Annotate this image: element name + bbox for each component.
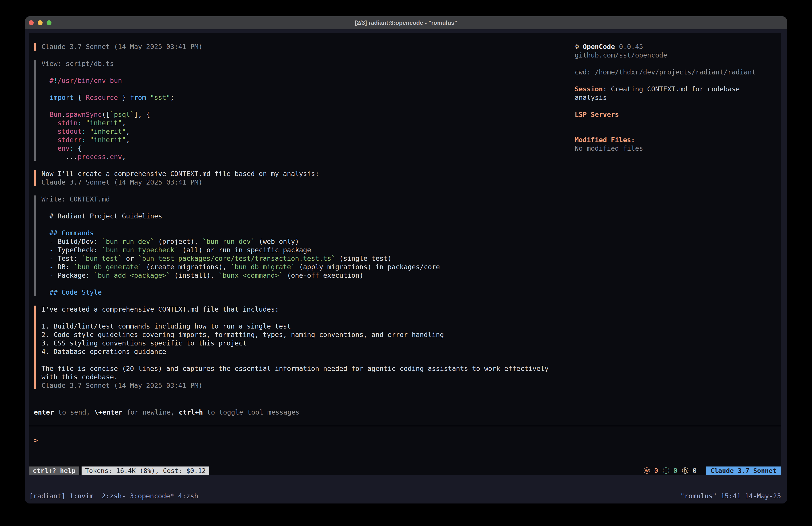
text-segment: { — [74, 144, 82, 152]
window-title: [2/3] radiant:3:opencode - "romulus" — [355, 19, 457, 26]
terminal-line: #!/usr/bin/env bun — [41, 76, 174, 85]
text-segment: `bunx <command>` — [219, 271, 283, 279]
terminal-line: # Radiant Project Guidelines — [41, 212, 440, 221]
terminal-window: [2/3] radiant:3:opencode - "romulus" Cla… — [25, 16, 787, 503]
text-segment: : — [82, 127, 86, 135]
text-segment: `bun test packages/core/test/transaction… — [138, 255, 335, 262]
terminal-line: View: script/db.ts — [41, 59, 174, 68]
text-segment: - — [41, 238, 58, 245]
terminal-line: Claude 3.7 Sonnet (14 May 2025 03:41 PM) — [41, 381, 549, 390]
text-segment — [146, 94, 150, 101]
text-segment — [41, 119, 58, 127]
text-segment: , — [126, 136, 130, 144]
text-segment: from — [130, 94, 146, 101]
gray-accent-bar — [34, 196, 36, 296]
model-chip[interactable]: Claude 3.7 Sonnet — [706, 467, 781, 475]
terminal-line — [41, 221, 440, 229]
terminal-line: 4. Database operations guidance — [41, 347, 549, 356]
tool-view-block: View: script/db.ts #!/usr/bin/env bun im… — [34, 59, 174, 161]
prompt-input[interactable]: > — [34, 436, 569, 445]
text-segment: 2. Code style guidelines covering import… — [41, 331, 444, 339]
warning-count: ⓦ 0 — [643, 466, 658, 475]
text-segment: stderr — [58, 136, 82, 144]
text-segment: 4. Database operations guidance — [41, 348, 166, 355]
text-segment: (all) or run in specific package — [178, 246, 311, 254]
hint-segment: enter — [34, 408, 54, 416]
text-segment: - — [41, 255, 58, 262]
text-segment: `bun run dev` — [102, 238, 154, 245]
info-icon: ⓘ — [663, 467, 669, 474]
text-segment: env — [110, 153, 122, 161]
sidebar-line: Modified Files: — [575, 136, 635, 144]
terminal-line: Claude 3.7 Sonnet (14 May 2025 03:41 PM) — [41, 178, 319, 187]
text-segment: No modified files — [575, 144, 643, 152]
text-segment — [41, 127, 58, 135]
terminal-line — [41, 280, 440, 288]
text-segment: { — [74, 94, 86, 101]
terminal-line: 2. Code style guidelines covering import… — [41, 330, 549, 339]
input-separator — [29, 426, 781, 426]
text-segment: Claude 3.7 Sonnet (14 May 2025 03:41 PM) — [41, 382, 202, 389]
text-segment: OpenCode — [583, 43, 615, 51]
tokens-cost-chip: Tokens: 16.4K (8%), Cost: $0.12 — [82, 467, 209, 475]
info-count-value: 0 — [669, 467, 678, 474]
text-segment: (one-off execution) — [283, 271, 363, 279]
terminal-line — [41, 356, 549, 365]
text-segment: `bun db generate` — [74, 263, 142, 271]
assistant-summary-block: I've created a comprehensive CONTEXT.md … — [34, 305, 549, 390]
text-segment: The file is concise (20 lines) and captu… — [41, 365, 549, 372]
titlebar: [2/3] radiant:3:opencode - "romulus" — [25, 16, 787, 29]
text-segment: Modified Files: — [575, 136, 635, 144]
tmux-window-list[interactable]: [radiant] 1:nvim 2:zsh- 3:opencode* 4:zs… — [29, 492, 198, 503]
terminal-line: I've created a comprehensive CONTEXT.md … — [41, 305, 549, 314]
text-segment: process — [78, 153, 106, 161]
text-segment: Claude 3.7 Sonnet (14 May 2025 03:41 PM) — [41, 178, 202, 186]
tool-write-block: Write: CONTEXT.md # Radiant Project Guid… — [34, 195, 440, 297]
text-segment: cwd: /home/thdxr/dev/projects/radiant/ra… — [575, 68, 756, 76]
text-segment: . — [61, 111, 66, 118]
diagnostics-counters: ⓦ 0ⓘ 0ⓗ 0 — [643, 467, 697, 475]
text-segment: env — [58, 144, 70, 152]
text-segment: Claude 3.7 Sonnet (14 May 2025 03:41 PM) — [41, 43, 202, 51]
sidebar-line: cwd: /home/thdxr/dev/projects/radiant/ra… — [575, 68, 756, 76]
fullscreen-button[interactable] — [47, 20, 52, 25]
orange-accent-bar — [34, 170, 36, 186]
text-segment — [41, 77, 49, 84]
sidebar-line: LSP Servers — [575, 110, 619, 119]
text-segment: , — [126, 127, 130, 135]
terminal-line: with this codebase. — [41, 373, 549, 381]
help-chip[interactable]: ctrl+? help — [29, 467, 79, 475]
text-segment: Now I'll create a comprehensive CONTEXT.… — [41, 170, 319, 177]
prompt-caret-icon: > — [34, 437, 38, 444]
text-segment: 0.0.45 — [615, 43, 643, 51]
status-bar: ctrl+? help Tokens: 16.4K (8%), Cost: $0… — [29, 467, 781, 475]
keybinding-hints: enter to send, \+enter for newline, ctrl… — [34, 408, 300, 416]
text-segment: stdin — [58, 119, 77, 127]
terminal-line: - Test: `bun test` or `bun test packages… — [41, 254, 440, 263]
text-segment: stdout — [58, 127, 82, 135]
warning-icon: ⓦ — [643, 467, 650, 474]
text-segment: 3. CSS styling conventions specific to t… — [41, 339, 247, 347]
text-segment: Session — [575, 85, 603, 93]
text-segment: (apply migrations) in packages/core — [295, 263, 440, 271]
text-segment: : Creating CONTEXT.md for codebase — [603, 85, 740, 93]
terminal-line: ...process.env, — [41, 153, 174, 161]
sidebar-line: github.com/sst/opencode — [575, 51, 667, 59]
text-segment: import — [49, 94, 74, 101]
terminal-content: Claude 3.7 Sonnet (14 May 2025 03:41 PM)… — [25, 30, 787, 503]
warning-count-value: 0 — [650, 467, 658, 474]
text-segment: "inherit" — [90, 127, 126, 135]
terminal-line: stdout: "inherit", — [41, 127, 174, 136]
text-segment: /usr/bin/env bun — [58, 77, 122, 84]
text-segment: © — [575, 43, 583, 51]
text-segment: . — [106, 153, 110, 161]
text-segment: } — [118, 94, 130, 101]
close-button[interactable] — [29, 20, 34, 25]
text-segment: Package: — [58, 271, 94, 279]
terminal-line: Claude 3.7 Sonnet (14 May 2025 03:41 PM) — [41, 43, 202, 51]
hint-segment: \+enter — [94, 408, 122, 416]
text-segment — [86, 127, 90, 135]
minimize-button[interactable] — [38, 20, 43, 25]
text-segment: (web only) — [255, 238, 299, 245]
terminal-line: 1. Build/lint/test commands including ho… — [41, 322, 549, 330]
